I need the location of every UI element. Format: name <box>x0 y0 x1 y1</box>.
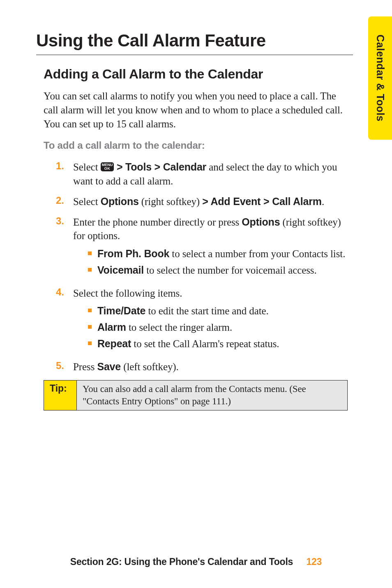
step-bold: > Add Event > Call Alarm <box>202 196 322 207</box>
sub-bullet-item: Repeat to set the Call Alarm's repeat st… <box>88 337 353 351</box>
step-text: Press <box>73 361 97 372</box>
step-body: Select the following items. Time/Date to… <box>73 286 353 353</box>
bullet-bold: Alarm <box>97 321 126 333</box>
step-text: Select <box>73 196 101 207</box>
page-title: Using the Call Alarm Feature <box>36 31 353 51</box>
sub-bullet-item: Alarm to select the ringer alarm. <box>88 321 353 334</box>
step-text: Enter the phone number directly or press <box>73 217 242 228</box>
step-body: Select Options (right softkey) > Add Eve… <box>73 195 353 209</box>
bullet-text: Repeat to set the Call Alarm's repeat st… <box>97 337 279 351</box>
step-text: Select the following items. <box>73 288 182 299</box>
bullet-text: Voicemail to select the number for voice… <box>97 263 317 277</box>
step-number: 3. <box>56 215 73 280</box>
side-tab-label: Calendar & Tools <box>374 35 386 122</box>
tip-box: Tip: You can also add a call alarm from … <box>44 380 348 410</box>
bullet-text: Alarm to select the ringer alarm. <box>97 321 232 334</box>
bullet-rest: to edit the start time and date. <box>145 305 268 316</box>
sub-bullet-item: Voicemail to select the number for voice… <box>88 263 353 277</box>
bullet-rest: to select the number for voicemail acces… <box>144 265 317 276</box>
title-rule <box>36 55 353 55</box>
step-body: Enter the phone number directly or press… <box>73 215 353 280</box>
step-number: 2. <box>56 195 73 209</box>
bullet-icon <box>88 341 92 345</box>
bullet-bold: Time/Date <box>97 305 145 316</box>
section-title: Adding a Call Alarm to the Calendar <box>44 67 353 82</box>
bullet-rest: to set the Call Alarm's repeat status. <box>131 338 279 349</box>
bullet-text: From Ph. Book to select a number from yo… <box>97 247 345 261</box>
bullet-rest: to select a number from your Contacts li… <box>169 248 345 259</box>
step-bold: > Tools > Calendar <box>114 161 206 173</box>
sub-bullet-list: From Ph. Book to select a number from yo… <box>88 247 353 277</box>
bullet-bold: Voicemail <box>97 264 144 276</box>
step-text: (left softkey). <box>121 361 179 372</box>
menu-ok-key-icon: MENUOK <box>101 162 114 171</box>
step-bold: Save <box>97 361 121 372</box>
bullet-rest: to select the ringer alarm. <box>126 322 232 333</box>
sub-bullet-list: Time/Date to edit the start time and dat… <box>88 304 353 350</box>
step-body: Select MENUOK > Tools > Calendar and sel… <box>73 160 353 188</box>
side-tab: Calendar & Tools <box>368 16 392 140</box>
step-number: 5. <box>56 360 73 374</box>
page-content: Using the Call Alarm Feature Adding a Ca… <box>0 0 392 410</box>
step-bold: Options <box>101 196 139 207</box>
bullet-bold: From Ph. Book <box>97 248 169 259</box>
step-item: 4. Select the following items. Time/Date… <box>56 286 353 353</box>
bullet-icon <box>88 309 92 312</box>
step-text: . <box>322 196 324 207</box>
bullet-icon <box>88 251 92 255</box>
intro-paragraph: You can set call alarms to notify you wh… <box>44 89 353 131</box>
procedure-heading: To add a call alarm to the calendar: <box>44 140 353 151</box>
sub-bullet-item: From Ph. Book to select a number from yo… <box>88 247 353 261</box>
tip-body: You can also add a call alarm from the C… <box>77 380 347 410</box>
page-footer: Section 2G: Using the Phone's Calendar a… <box>0 556 392 567</box>
step-body: Press Save (left softkey). <box>73 360 353 374</box>
step-item: 3. Enter the phone number directly or pr… <box>56 215 353 280</box>
step-number: 4. <box>56 286 73 353</box>
sub-bullet-item: Time/Date to edit the start time and dat… <box>88 304 353 318</box>
bullet-text: Time/Date to edit the start time and dat… <box>97 304 269 318</box>
step-item: 5. Press Save (left softkey). <box>56 360 353 374</box>
footer-section: Section 2G: Using the Phone's Calendar a… <box>70 556 293 567</box>
bullet-icon <box>88 325 92 329</box>
step-text: Select <box>73 161 101 173</box>
bullet-icon <box>88 268 92 272</box>
step-item: 2. Select Options (right softkey) > Add … <box>56 195 353 209</box>
step-item: 1. Select MENUOK > Tools > Calendar and … <box>56 160 353 188</box>
step-number: 1. <box>56 160 73 188</box>
footer-page-number: 123 <box>306 556 322 567</box>
bullet-bold: Repeat <box>97 338 131 349</box>
step-text: (right softkey) <box>139 196 203 207</box>
steps-list: 1. Select MENUOK > Tools > Calendar and … <box>56 160 353 374</box>
step-bold: Options <box>242 216 280 228</box>
tip-label: Tip: <box>44 380 77 410</box>
